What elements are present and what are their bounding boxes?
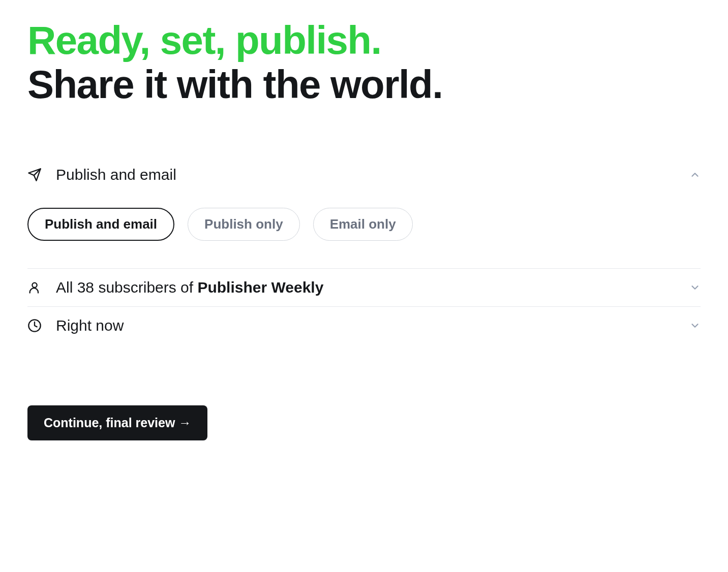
publish-options-group: Publish and email Publish only Email onl… [27, 208, 701, 241]
chevron-up-icon [689, 169, 701, 180]
option-email-only[interactable]: Email only [313, 208, 413, 241]
continue-button[interactable]: Continue, final review → [27, 405, 207, 440]
publish-section-header[interactable]: Publish and email [27, 156, 701, 194]
clock-icon [27, 319, 43, 333]
schedule-section-header[interactable]: Right now [27, 307, 701, 344]
schedule-label: Right now [56, 317, 676, 334]
option-publish-and-email[interactable]: Publish and email [27, 208, 174, 241]
audience-prefix: All 38 subscribers of [56, 279, 197, 296]
chevron-down-icon [689, 282, 701, 293]
chevron-down-icon [689, 320, 701, 331]
audience-section-header[interactable]: All 38 subscribers of Publisher Weekly [27, 269, 701, 306]
publish-section-title: Publish and email [56, 166, 676, 183]
headline-accent: Ready, set, publish. [27, 18, 381, 62]
user-icon [27, 280, 43, 295]
send-icon [27, 168, 43, 182]
audience-name: Publisher Weekly [197, 279, 323, 296]
svg-point-0 [32, 282, 37, 287]
headline-main: Share it with the world. [27, 62, 442, 107]
option-publish-only[interactable]: Publish only [188, 208, 300, 241]
continue-label: Continue, final review → [44, 416, 191, 430]
page-headline: Ready, set, publish. Share it with the w… [27, 18, 701, 107]
audience-label: All 38 subscribers of Publisher Weekly [56, 279, 676, 296]
